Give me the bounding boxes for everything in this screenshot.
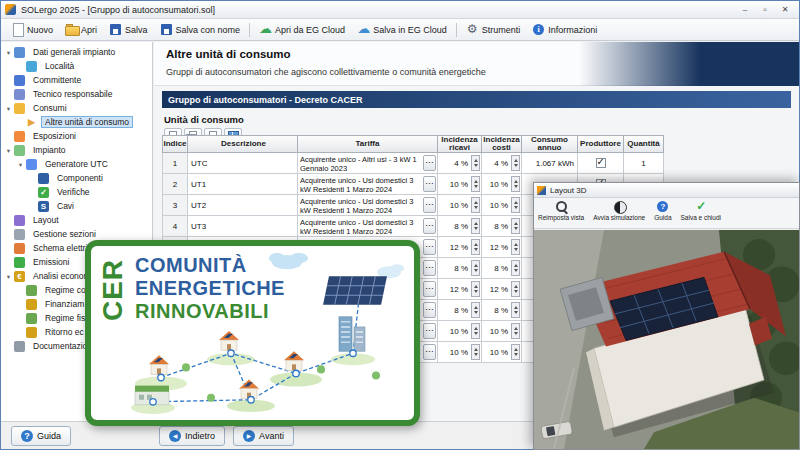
spinner-down-icon[interactable] <box>514 248 518 251</box>
cell-incidenza-ricavi[interactable]: 8 % <box>438 300 482 321</box>
spinner-down-icon[interactable] <box>474 206 478 209</box>
spinner-up-icon[interactable] <box>514 180 518 183</box>
spinner-control[interactable] <box>511 239 520 255</box>
spinner-down-icon[interactable] <box>474 248 478 251</box>
toolbar-button-salva-con-nome[interactable]: Salva con nome <box>154 20 247 39</box>
spinner-control[interactable] <box>471 155 480 171</box>
toolbar-button-apri-da-eg-cloud[interactable]: Apri da EG Cloud <box>253 20 351 39</box>
spinner-control[interactable] <box>471 239 480 255</box>
indietro-button[interactable]: Indietro <box>159 426 225 446</box>
cell-incidenza-ricavi[interactable]: 10 % <box>438 321 482 342</box>
tariffa-browse-button[interactable] <box>423 155 436 171</box>
spinner-up-icon[interactable] <box>474 243 478 246</box>
cell-incidenza-costi[interactable]: 10 % <box>482 195 522 216</box>
sidebar-item-localit[interactable]: Località <box>1 59 152 73</box>
spinner-down-icon[interactable] <box>514 353 518 356</box>
spinner-control[interactable] <box>511 197 520 213</box>
spinner-control[interactable] <box>471 218 480 234</box>
cell-descrizione[interactable]: UT2 <box>188 195 298 216</box>
maximize-icon[interactable] <box>755 3 775 17</box>
spinner-up-icon[interactable] <box>514 222 518 225</box>
spinner-up-icon[interactable] <box>474 159 478 162</box>
sidebar-item-dati-generali-impianto[interactable]: Dati generali impianto <box>1 45 152 59</box>
expander-icon[interactable] <box>4 103 13 113</box>
cell-descrizione[interactable]: UTC <box>188 153 298 174</box>
spinner-up-icon[interactable] <box>474 348 478 351</box>
sidebar-item-verifiche[interactable]: ✓Verifiche <box>1 185 152 199</box>
spinner-up-icon[interactable] <box>474 306 478 309</box>
spinner-down-icon[interactable] <box>474 290 478 293</box>
spinner-down-icon[interactable] <box>514 164 518 167</box>
sidebar-item-gestione-sezioni[interactable]: Gestione sezioni <box>1 227 152 241</box>
spinner-control[interactable] <box>511 155 520 171</box>
tariffa-browse-button[interactable] <box>423 239 436 255</box>
spinner-up-icon[interactable] <box>514 159 518 162</box>
expander-icon[interactable] <box>4 145 13 155</box>
spinner-down-icon[interactable] <box>474 185 478 188</box>
spinner-control[interactable] <box>471 260 480 276</box>
cell-incidenza-costi[interactable]: 4 % <box>482 153 522 174</box>
tariffa-browse-button[interactable] <box>423 260 436 276</box>
cell-descrizione[interactable]: UT1 <box>188 174 298 195</box>
sidebar-item-consumi[interactable]: Consumi <box>1 101 152 115</box>
toolbar-button-apri[interactable]: Apri <box>59 20 103 39</box>
cell-produttore[interactable] <box>578 153 624 174</box>
spinner-control[interactable] <box>471 302 480 318</box>
cell-incidenza-costi[interactable]: 10 % <box>482 321 522 342</box>
spinner-up-icon[interactable] <box>514 306 518 309</box>
spinner-down-icon[interactable] <box>474 269 478 272</box>
spinner-up-icon[interactable] <box>474 264 478 267</box>
spinner-control[interactable] <box>471 281 480 297</box>
spinner-down-icon[interactable] <box>514 206 518 209</box>
spinner-down-icon[interactable] <box>514 227 518 230</box>
spinner-up-icon[interactable] <box>514 264 518 267</box>
cell-incidenza-costi[interactable]: 12 % <box>482 279 522 300</box>
spinner-down-icon[interactable] <box>474 164 478 167</box>
guida-button[interactable]: Guida <box>11 426 71 446</box>
spinner-control[interactable] <box>471 344 480 360</box>
sidebar-item-layout[interactable]: Layout <box>1 213 152 227</box>
spinner-control[interactable] <box>511 302 520 318</box>
produttore-checkbox[interactable] <box>596 158 606 168</box>
layout3d-tool-avvia-simulazione[interactable]: Avvia simulazione <box>593 200 645 221</box>
cell-tariffa[interactable]: Acquirente unico - Usi domestici 3 kW Re… <box>298 174 438 195</box>
tariffa-browse-button[interactable] <box>423 344 436 360</box>
cell-incidenza-ricavi[interactable]: 8 % <box>438 216 482 237</box>
cell-incidenza-ricavi[interactable]: 10 % <box>438 342 482 363</box>
spinner-control[interactable] <box>511 281 520 297</box>
sidebar-item-cavi[interactable]: SCavi <box>1 199 152 213</box>
sidebar-item-committente[interactable]: Committente <box>1 73 152 87</box>
cell-tariffa[interactable]: Acquirente unico - Altri usi - 3 kW 1 Ge… <box>298 153 438 174</box>
spinner-down-icon[interactable] <box>474 353 478 356</box>
spinner-up-icon[interactable] <box>514 327 518 330</box>
cell-tariffa[interactable]: Acquirente unico - Usi domestici 3 kW Re… <box>298 216 438 237</box>
layout3d-tool-salva-e-chiudi[interactable]: Salva e chiudi <box>681 200 721 221</box>
sidebar-item-esposizioni[interactable]: Esposizioni <box>1 129 152 143</box>
spinner-up-icon[interactable] <box>474 285 478 288</box>
cell-incidenza-costi[interactable]: 8 % <box>482 258 522 279</box>
spinner-down-icon[interactable] <box>514 332 518 335</box>
spinner-control[interactable] <box>511 344 520 360</box>
tariffa-browse-button[interactable] <box>423 176 436 192</box>
cell-descrizione[interactable]: UT3 <box>188 216 298 237</box>
layout3d-tool-reimposta-vista[interactable]: Reimposta vista <box>538 200 584 221</box>
close-icon[interactable] <box>775 3 795 17</box>
sidebar-item-componenti[interactable]: Componenti <box>1 171 152 185</box>
toolbar-button-nuovo[interactable]: Nuovo <box>5 20 59 39</box>
spinner-down-icon[interactable] <box>514 311 518 314</box>
spinner-down-icon[interactable] <box>514 290 518 293</box>
cell-incidenza-costi[interactable]: 10 % <box>482 174 522 195</box>
layout3d-titlebar[interactable]: Layout 3D <box>534 183 799 198</box>
spinner-up-icon[interactable] <box>474 327 478 330</box>
spinner-up-icon[interactable] <box>514 243 518 246</box>
expander-icon[interactable] <box>16 159 25 169</box>
spinner-control[interactable] <box>471 176 480 192</box>
cell-consumo-annuo[interactable]: 1.067 kWh <box>522 153 578 174</box>
sidebar-item-tecnico-responsabile[interactable]: Tecnico responsabile <box>1 87 152 101</box>
spinner-down-icon[interactable] <box>474 227 478 230</box>
sidebar-item-generatore-utc[interactable]: Generatore UTC <box>1 157 152 171</box>
spinner-up-icon[interactable] <box>474 201 478 204</box>
sidebar-item-impianto[interactable]: Impianto <box>1 143 152 157</box>
spinner-up-icon[interactable] <box>514 285 518 288</box>
tariffa-browse-button[interactable] <box>423 302 436 318</box>
